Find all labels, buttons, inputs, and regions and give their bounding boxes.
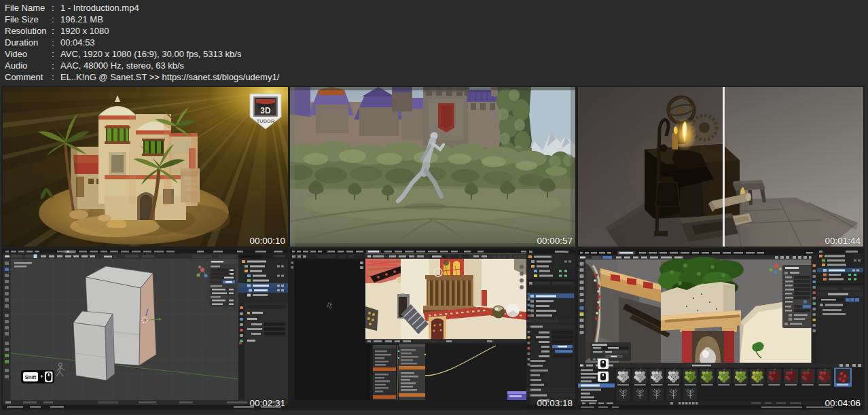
svg-text:Shift: Shift — [25, 374, 37, 380]
svg-text:3D: 3D — [260, 106, 271, 115]
svg-text:TUDOR: TUDOR — [257, 118, 275, 124]
